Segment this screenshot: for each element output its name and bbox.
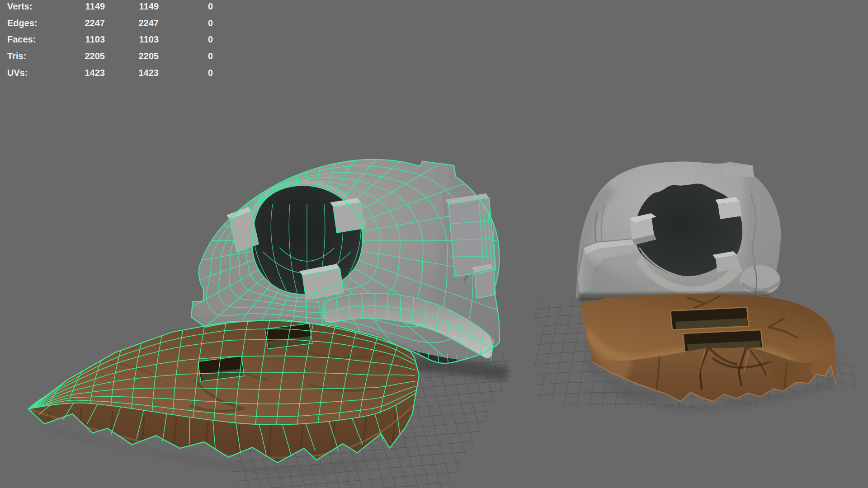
svg-text:2247: 2247 [139, 18, 159, 28]
svg-text:UVs:: UVs: [7, 68, 28, 78]
svg-text:0: 0 [208, 68, 213, 78]
svg-text:1149: 1149 [85, 1, 105, 11]
svg-text:1423: 1423 [139, 68, 159, 78]
svg-text:Edges:: Edges: [7, 18, 38, 28]
svg-text:1149: 1149 [139, 1, 159, 11]
svg-text:1103: 1103 [139, 34, 159, 44]
svg-text:0: 0 [208, 51, 213, 61]
svg-text:0: 0 [208, 1, 213, 11]
svg-text:2205: 2205 [85, 51, 105, 61]
svg-text:2247: 2247 [85, 18, 105, 28]
svg-text:0: 0 [208, 34, 213, 44]
svg-text:Tris:: Tris: [7, 51, 26, 61]
svg-text:1103: 1103 [85, 34, 105, 44]
svg-text:1423: 1423 [85, 68, 105, 78]
svg-text:2205: 2205 [139, 51, 159, 61]
svg-text:Faces:: Faces: [7, 34, 36, 44]
svg-text:Verts:: Verts: [7, 1, 33, 11]
svg-text:0: 0 [208, 18, 213, 28]
